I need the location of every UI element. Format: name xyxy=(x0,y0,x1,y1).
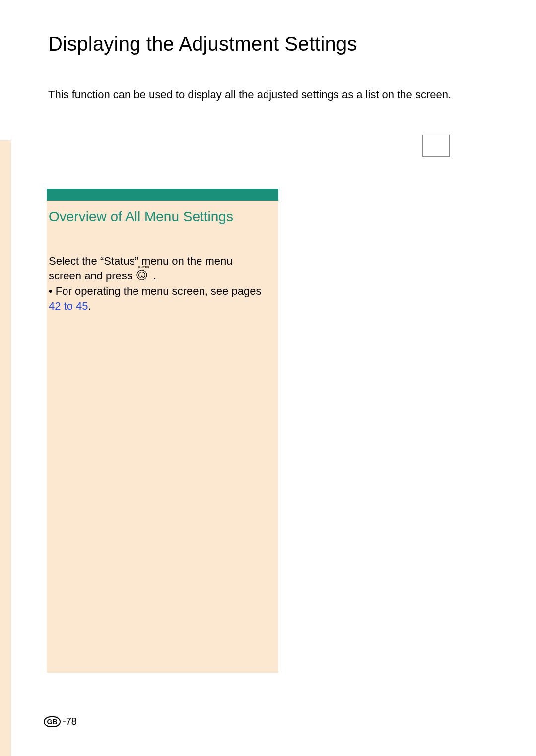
page-title: Displaying the Adjustment Settings xyxy=(48,33,357,55)
note-suffix: . xyxy=(88,300,91,312)
page-footer: GB -78 xyxy=(44,716,77,727)
enter-button-icon: ENTER xyxy=(135,269,150,284)
region-badge: GB xyxy=(44,716,61,727)
instruction-block: Select the “Status” menu on the menu scr… xyxy=(49,254,267,313)
section-subheading: Overview of All Menu Settings xyxy=(49,208,267,225)
side-strip xyxy=(0,140,11,756)
decorative-box xyxy=(422,135,450,157)
manual-page: Displaying the Adjustment Settings This … xyxy=(0,0,536,756)
intro-text: This function can be used to display all… xyxy=(48,88,451,101)
page-number: -78 xyxy=(63,716,77,727)
instruction-text-2: . xyxy=(153,270,156,282)
panel-header-bar xyxy=(47,189,278,201)
svg-point-2 xyxy=(141,275,142,277)
page-reference-link[interactable]: 42 to 45 xyxy=(49,300,88,312)
note-prefix: • For operating the menu screen, see pag… xyxy=(49,285,261,297)
